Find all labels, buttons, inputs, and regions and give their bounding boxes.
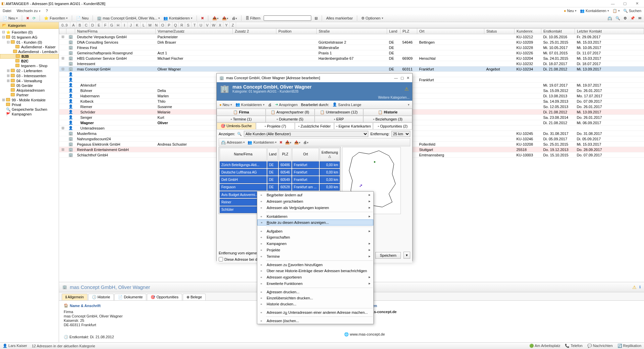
alpha-I[interactable]: I: [121, 22, 128, 28]
col-header[interactable]: Erstkontakt: [541, 29, 575, 34]
tree-node[interactable]: Akquiseadressen: [0, 88, 59, 93]
inner-tool3-icon[interactable]: 🖨▾: [232, 16, 237, 20]
ctx-item[interactable]: ▫Kampagnen▸: [257, 240, 373, 247]
tree-node[interactable]: B2B: [0, 54, 59, 59]
inner-kontaktieren[interactable]: 👥 Kontaktieren ▾: [163, 16, 193, 20]
tree-node[interactable]: ⊞03 - Interessenten: [0, 73, 59, 78]
col-header[interactable]: Position: [276, 29, 317, 34]
table-row[interactable]: 🏢InteressentKU-10232Di. 18.07.2017Di. 18…: [59, 61, 644, 66]
detail-tab[interactable]: ⊕ Belege: [183, 294, 206, 300]
detail-tab[interactable]: 🕓 Historie: [88, 294, 114, 300]
umkreis-row[interactable]: Zürich Beteiligungs-Akti...DE60486Frankf…: [220, 161, 340, 168]
dialog-bigtab[interactable]: 📋 Unteradressen (12): [315, 109, 364, 116]
dialog-subtab2[interactable]: ▫ Eigene Karteikarten: [334, 122, 373, 129]
tree-node[interactable]: 🔍Gespeicherte Suchen: [0, 107, 59, 112]
dialog-more-categories[interactable]: Weitere Kategorien...: [378, 96, 410, 99]
tree-node[interactable]: 05 Geräte: [0, 83, 59, 88]
info-icon[interactable]: ℹ: [639, 285, 641, 289]
dialog-bearbeitet-user[interactable]: 👤 Sandra Lange: [332, 102, 361, 107]
col-header[interactable]: PLZ: [400, 29, 417, 34]
status-telefon[interactable]: 📞 Telefon: [565, 344, 582, 348]
dlg-adressen[interactable]: 📇 Adressen ▾: [221, 140, 245, 145]
alpha-K[interactable]: K: [134, 22, 141, 28]
speichern-button[interactable]: Speichern: [375, 252, 401, 259]
dialog-kontaktieren[interactable]: 👥 Kontaktieren ▾: [235, 102, 265, 107]
filter-clear-icon[interactable]: ⊟: [315, 16, 318, 20]
detail-tab[interactable]: 🎯 Opportunities: [147, 294, 182, 300]
dlg-tool-b-icon[interactable]: 📤▾: [294, 140, 301, 145]
menu-datei[interactable]: Datei: [3, 9, 11, 13]
dialog-subtab[interactable]: ▫ ERP: [315, 116, 364, 122]
alpha-Z[interactable]: Z: [230, 22, 236, 28]
tb-icon-5[interactable]: ✉: [638, 16, 641, 20]
alpha-O[interactable]: O: [160, 22, 166, 28]
tree-node[interactable]: Partner: [0, 93, 59, 97]
alpha-Q[interactable]: Q: [172, 22, 179, 28]
col-header[interactable]: Vorname/Zusatz: [156, 29, 233, 34]
inner-alles[interactable]: Alles markierbar: [326, 16, 353, 20]
topbar-kontaktieren[interactable]: 👥 Kontaktieren ▾: [580, 9, 609, 13]
umkreis-row[interactable]: Dell GmbHDE60549Frankfurt0,00 km: [220, 176, 340, 183]
alpha-L[interactable]: L: [141, 22, 147, 28]
ctx-item[interactable]: ▫Route zu diesen Adressen anzeigen...: [257, 219, 373, 226]
tree-node[interactable]: ⊞99 - Mobile Kontakte: [0, 97, 59, 102]
menu-wechseln[interactable]: Wechseln zu ▾: [17, 9, 41, 13]
context-menu[interactable]: ▫Bearbeiter ändern auf▸▫Adressen verschi…: [257, 191, 374, 324]
dialog-close-button[interactable]: ✕: [407, 76, 410, 80]
alpha-F[interactable]: F: [102, 22, 109, 28]
ctx-item[interactable]: ▫Adressen als Verknüpfungen kopieren▸: [257, 204, 373, 211]
col-header[interactable]: Status: [484, 29, 515, 34]
alpha-T[interactable]: T: [192, 22, 198, 28]
ctx-item[interactable]: ▫Adressen verschieben▸: [257, 198, 373, 204]
col-header[interactable]: Zusatz 2: [233, 29, 276, 34]
tb-icon-1[interactable]: 📇: [607, 16, 612, 20]
table-row[interactable]: 🏢DNA Consulting ServicesDirk BrauerGüntz…: [59, 40, 644, 45]
ctx-item[interactable]: ▫Projekte▸: [257, 247, 373, 253]
ctx-item[interactable]: ▫Termine▸: [257, 253, 373, 259]
dialog-bigtab[interactable]: 📋 Historie: [363, 109, 412, 116]
alpha-B[interactable]: B: [77, 22, 83, 28]
dialog-bigtab[interactable]: 📋 Firma: [217, 109, 266, 116]
tree-node[interactable]: ⊟01 - Kunden (0): [0, 40, 59, 45]
ctx-item[interactable]: ▫Eigenschaften: [257, 234, 373, 240]
dialog-subtab[interactable]: ▫ Dokumente (5): [266, 116, 315, 122]
col-header[interactable]: Name/Firma: [75, 29, 156, 34]
alpha-V[interactable]: V: [204, 22, 211, 28]
tree-node[interactable]: ⊞04 - Verwaltung: [0, 78, 59, 83]
col-header[interactable]: Straße: [317, 29, 387, 34]
detail-tab[interactable]: 📄 Dokumente: [114, 294, 146, 300]
tb-icon-3[interactable]: ⚙: [624, 16, 627, 20]
dialog-subtab[interactable]: ▫ Beziehungen (3): [363, 116, 412, 122]
table-row[interactable]: ⊞🏢Deutsche Verpackungs GmbHPackmeisterKU…: [59, 34, 644, 40]
inner-company[interactable]: 🏢 mas Concept GmbH, Oliver Wa... ▾: [97, 16, 160, 20]
dialog-minimize-button[interactable]: —: [394, 76, 398, 80]
umkreis-row[interactable]: Deutsche Lufthansa AGDE60546Frankfurt0,0…: [220, 169, 340, 176]
alpha-C[interactable]: C: [83, 22, 90, 28]
speichern-dropdown[interactable]: ▾: [404, 252, 410, 259]
topbar-neu[interactable]: ● Neu ▾: [564, 9, 577, 13]
inner-optionen[interactable]: ⚙ Optionen ▾: [361, 16, 383, 20]
dialog-print-icon[interactable]: 🖨: [268, 103, 272, 107]
outer-neu[interactable]: 📄 Neu ▾: [3, 16, 18, 20]
ctx-item[interactable]: ▫Einzelübersichten drucken...: [257, 295, 373, 301]
dialog-bigtab[interactable]: 📋 Ansprechpartner (8): [266, 109, 315, 116]
tree-node[interactable]: B2C: [0, 59, 59, 63]
dialog-maximize-button[interactable]: ▢: [400, 76, 404, 80]
tb-icon-2[interactable]: 🔍: [615, 16, 620, 20]
ctx-item[interactable]: ▫Adressen zu Unteradressen einer anderen…: [257, 309, 373, 315]
col-header[interactable]: Kundennr.: [515, 29, 541, 34]
alpha-P[interactable]: P: [166, 22, 172, 28]
outer-favoriten[interactable]: ⭐ Favoriten ▾: [44, 16, 68, 20]
dlg-tool-c-icon[interactable]: 🖨▾: [303, 140, 309, 144]
col-header[interactable]: Letzter Kontakt: [575, 29, 644, 34]
ctx-item[interactable]: ▫Adressen exportieren▸: [257, 274, 373, 280]
dialog-dropdown-icon[interactable]: ▾: [408, 103, 410, 106]
maximize-button[interactable]: ▢: [619, 0, 631, 7]
alpha-0..9[interactable]: 0..9: [59, 22, 70, 28]
dialog-subtab[interactable]: ▫ Termine (1): [217, 116, 266, 122]
detail-www[interactable]: 🌐 www.mas-concept.de: [344, 332, 397, 337]
tree-node[interactable]: Außendienst - Lembach: [0, 49, 59, 54]
alpha-H[interactable]: H: [115, 22, 121, 28]
alpha-X[interactable]: X: [217, 22, 223, 28]
inner-neu[interactable]: 📄 Neu: [76, 16, 89, 20]
